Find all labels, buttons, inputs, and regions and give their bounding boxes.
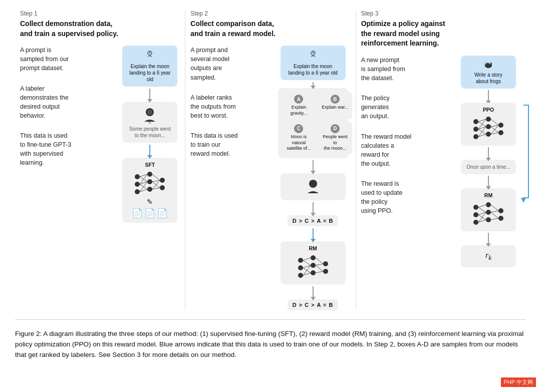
step2-arrow2 <box>313 160 314 171</box>
svg-point-55 <box>486 124 491 129</box>
step1-title: Collect demonstration data,and train a s… <box>20 19 180 39</box>
svg-point-48 <box>489 63 492 66</box>
step2-label-d: D <box>331 124 340 133</box>
step1-col: Step 1 Collect demonstration data,and tr… <box>15 10 185 310</box>
step2-ranking2: D > C > A = B <box>288 299 339 310</box>
doc-icon3: 📄 <box>157 208 168 219</box>
step3-ppo-container: PPO <box>456 103 521 146</box>
svg-point-51 <box>473 119 478 124</box>
step2-network-box: RM <box>281 241 346 284</box>
step2-label-a: A <box>294 95 303 104</box>
svg-point-28 <box>298 258 303 263</box>
step3-arrow2 <box>488 147 489 158</box>
svg-point-49 <box>485 63 486 64</box>
step2-text2: A labeler ranksthe outputs frombest to w… <box>190 93 270 120</box>
step2-label: Step 2 <box>190 10 350 17</box>
svg-line-37 <box>303 260 311 265</box>
doc-icon2: 📄 <box>144 208 155 219</box>
svg-point-57 <box>498 123 503 128</box>
step1-content: A prompt issampled from ourprompt datase… <box>20 46 180 310</box>
step3-arrow4 <box>488 233 489 244</box>
svg-point-6 <box>135 182 140 187</box>
svg-point-72 <box>473 205 478 210</box>
svg-point-50 <box>489 63 490 64</box>
svg-text:✎: ✎ <box>148 120 152 125</box>
svg-point-73 <box>473 212 478 217</box>
step3-rm-box: RM <box>461 188 516 231</box>
step3-title: Optimize a policy againstthe reward mode… <box>361 19 521 49</box>
svg-point-12 <box>160 185 165 190</box>
svg-point-33 <box>311 270 316 275</box>
svg-point-34 <box>323 261 328 266</box>
step3-ppo-label: PPO <box>483 107 494 113</box>
step1-network-label: SFT <box>145 162 155 168</box>
step2-label-c: C <box>294 124 303 133</box>
svg-point-32 <box>311 263 316 268</box>
step2-text3: This data is usedto train ourreward mode… <box>190 131 270 158</box>
step1-network-box: SFT <box>122 158 177 223</box>
svg-point-31 <box>311 255 316 260</box>
step1-network-svg <box>132 169 167 197</box>
step3-ppo-box: PPO <box>461 103 516 146</box>
step1-texts: A prompt issampled from ourprompt datase… <box>20 46 115 310</box>
svg-line-87 <box>491 211 498 212</box>
svg-line-89 <box>491 218 498 220</box>
svg-point-35 <box>323 269 328 274</box>
step2-text1: A prompt andseveral modeloutputs aresamp… <box>190 46 270 82</box>
step3-diagram: Write a storyabout frogs PPO <box>456 56 521 310</box>
svg-point-27 <box>309 180 317 188</box>
step3-prompt-text: Write a storyabout frogs <box>466 72 511 85</box>
step2-label-b: B <box>331 95 340 104</box>
step2-col: Step 2 Collect comparison data,and train… <box>185 10 356 310</box>
step1-text3: This data is usedto fine-tune GPT-3with … <box>20 131 115 168</box>
step1-prompt-box: Explain the moonlanding to a 6 year old <box>122 46 177 87</box>
step1-text1: A prompt issampled from ourprompt datase… <box>20 46 115 73</box>
step3-texts: A new promptis sampled fromthe dataset. … <box>361 56 451 310</box>
step3-ppo-svg <box>471 114 506 142</box>
step1-arrow2 <box>149 145 150 156</box>
step2-arrow4 <box>313 228 314 239</box>
step2-title: Collect comparison data,and train a rewa… <box>190 19 350 39</box>
watermark: PHP 中文网 <box>501 377 536 387</box>
svg-marker-71 <box>521 198 526 203</box>
svg-point-47 <box>485 63 488 66</box>
svg-point-76 <box>486 210 491 215</box>
svg-point-11 <box>160 178 165 183</box>
step1-arrow1 <box>149 89 150 100</box>
svg-line-86 <box>491 205 498 211</box>
svg-point-9 <box>147 179 152 184</box>
step3-rm-label: RM <box>484 192 492 198</box>
step3-reward-box: rk <box>461 245 516 267</box>
step2-arrow5 <box>313 286 314 297</box>
step3-content: A new promptis sampled fromthe dataset. … <box>361 56 521 310</box>
doc-icon1: 📄 <box>132 208 143 219</box>
svg-point-30 <box>298 273 303 278</box>
svg-point-79 <box>498 216 503 221</box>
svg-point-58 <box>498 130 503 135</box>
step1-text2: A labelerdemonstrates thedesired outputb… <box>20 84 115 121</box>
svg-line-36 <box>303 258 311 260</box>
step3-text4: The reward isused to updatethe policyusi… <box>361 179 451 216</box>
svg-line-43 <box>316 264 323 265</box>
step3-feedback-arrow <box>516 103 531 203</box>
step2-comp-d: D People went tothe moon... <box>318 122 352 154</box>
step2-network-label: RM <box>309 245 317 251</box>
step1-output-text: Some people wentto the moon... <box>129 126 171 139</box>
svg-point-10 <box>147 187 152 192</box>
figure-caption: Figure 2: A diagram illustrating the thr… <box>15 329 526 360</box>
svg-point-3 <box>147 110 152 115</box>
step1-edit-icon: ✎ <box>147 198 153 206</box>
step2-network-svg <box>296 253 331 280</box>
step2-labeler-box <box>281 173 346 200</box>
step2-comp-a: A Explain gravity... <box>282 92 316 119</box>
step3-reward-label: rk <box>485 250 491 262</box>
svg-point-74 <box>473 220 478 225</box>
step3-label: Step 3 <box>361 10 521 17</box>
step3-prompt-box: Write a storyabout frogs <box>461 56 516 89</box>
step1-label: Step 1 <box>20 10 180 17</box>
step2-content: A prompt andseveral modeloutputs aresamp… <box>190 46 350 310</box>
step3-output-box: Once upon a time... <box>461 160 516 174</box>
svg-point-53 <box>473 134 478 139</box>
step2-arrow1 <box>313 82 314 86</box>
step3-arrow3 <box>488 176 489 187</box>
